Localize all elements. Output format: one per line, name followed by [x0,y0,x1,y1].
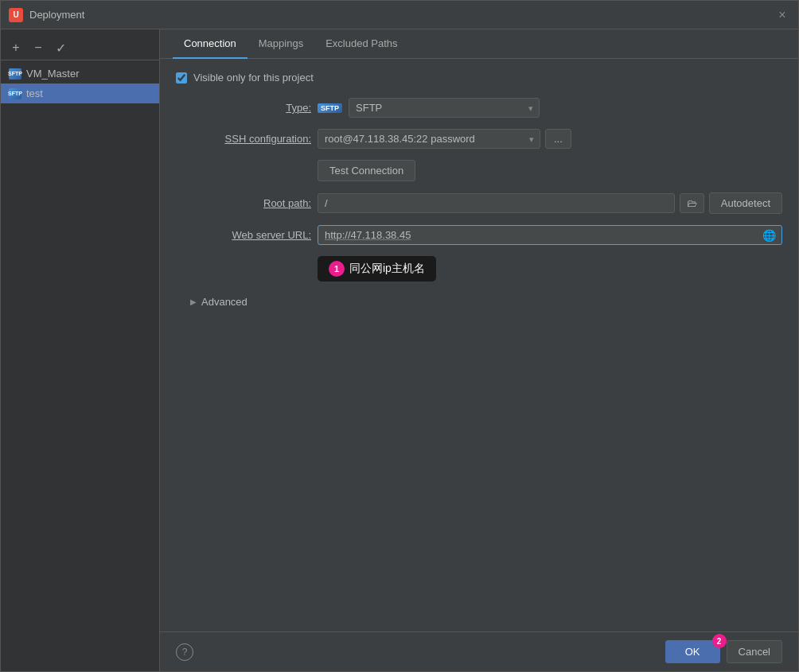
dialog-title: Deployment [29,9,774,21]
tooltip-step-badge: 1 [329,261,345,277]
tab-excluded-paths[interactable]: Excluded Paths [314,29,408,59]
autodetect-button[interactable]: Autodetect [709,192,782,214]
sftp-badge: SFTP [318,103,342,113]
ssh-config-select[interactable]: root@47.118.38.45:22 password [318,129,540,149]
visible-only-checkbox[interactable] [176,72,187,84]
advanced-label: Advanced [201,296,247,308]
type-control: SFTP SFTP FTP Local or Mounted Folder [318,98,782,118]
type-label: Type: [176,102,311,114]
visible-only-label[interactable]: Visible only for this project [193,72,314,84]
deployment-dialog: U Deployment × + − ✓ SFTP VM_Master SFTP [0,0,799,672]
ssh-config-more-button[interactable]: ... [545,129,571,149]
bottom-buttons: OK 2 Cancel [665,640,782,663]
ssh-config-control: root@47.118.38.45:22 password ... [318,129,782,149]
web-server-url-label: Web server URL: [176,229,311,241]
advanced-section: ▶ Advanced [184,293,782,311]
right-panel: Connection Mappings Excluded Paths Visib… [160,29,798,671]
main-content: + − ✓ SFTP VM_Master SFTP test [1,29,798,671]
web-server-url-control: 🌐 [318,225,782,245]
globe-icon: 🌐 [762,229,776,242]
advanced-chevron-icon: ▶ [190,297,197,306]
root-path-row: Root path: 🗁 Autodetect [176,192,782,214]
type-row: Type: SFTP SFTP FTP Local or Mounted Fol… [176,98,782,118]
sidebar-toolbar: + − ✓ [1,36,159,60]
sidebar-item-test[interactable]: SFTP test [1,84,159,103]
ssh-config-row: SSH configuration: root@47.118.38.45:22 … [176,129,782,149]
test-connection-button[interactable]: Test Connection [318,160,415,181]
title-bar: U Deployment × [1,1,798,29]
type-select[interactable]: SFTP FTP Local or Mounted Folder [349,98,540,118]
ok-button[interactable]: OK 2 [665,640,720,663]
tabs-bar: Connection Mappings Excluded Paths [160,29,798,59]
root-path-input[interactable] [318,193,675,213]
add-server-button[interactable]: + [7,39,25,56]
test-connection-row: Test Connection [318,160,782,181]
help-button[interactable]: ? [176,643,193,661]
close-button[interactable]: × [774,7,790,23]
root-path-control: 🗁 Autodetect [318,192,782,214]
tab-connection[interactable]: Connection [173,29,247,59]
tooltip-bubble: 1 同公网ip主机名 [318,256,436,282]
ssh-config-label: SSH configuration: [176,133,311,145]
app-icon: U [9,8,23,22]
test-label: test [26,87,43,99]
sidebar: + − ✓ SFTP VM_Master SFTP test [1,29,160,671]
ssh-select-wrapper: root@47.118.38.45:22 password [318,129,540,149]
test-icon: SFTP [9,88,21,99]
url-input-wrapper: 🌐 [318,225,782,245]
vm-master-label: VM_Master [26,68,79,80]
web-server-url-input[interactable] [318,225,782,245]
tooltip-text: 同公网ip主机名 [349,262,425,276]
type-select-wrapper: SFTP FTP Local or Mounted Folder [349,98,540,118]
sidebar-item-vm-master[interactable]: SFTP VM_Master [1,64,159,84]
bottom-bar: ? OK 2 Cancel [160,631,798,671]
root-path-label: Root path: [176,197,311,209]
cancel-button[interactable]: Cancel [727,640,782,663]
tab-mappings[interactable]: Mappings [247,29,314,59]
confirm-button[interactable]: ✓ [52,39,69,56]
tooltip-row: 1 同公网ip主机名 [318,256,782,282]
form-area: Visible only for this project Type: SFTP… [160,59,798,631]
visible-checkbox-row: Visible only for this project [176,72,782,84]
ok-step-badge: 2 [712,634,727,648]
vm-master-icon: SFTP [9,68,21,80]
remove-server-button[interactable]: − [29,39,47,56]
advanced-toggle[interactable]: ▶ Advanced [184,293,782,311]
web-server-url-row: Web server URL: 🌐 [176,225,782,245]
root-path-folder-button[interactable]: 🗁 [680,193,704,213]
